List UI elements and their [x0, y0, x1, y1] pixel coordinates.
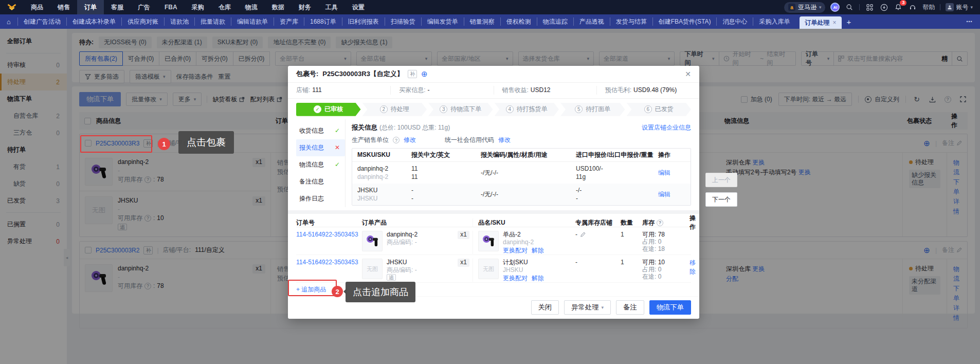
status-steps-bar: ✓已审核 2待处理 3待物流下单 4待打拣货单 5待打面单 6已发货: [288, 99, 699, 119]
tab-operation-log[interactable]: 操作日志: [296, 190, 345, 207]
close-icon[interactable]: ×: [832, 19, 836, 26]
unpair-link[interactable]: 解除: [532, 275, 544, 282]
remove-item-link[interactable]: 移除: [689, 259, 696, 275]
tab-create-ad[interactable]: 创建广告活动: [17, 17, 66, 26]
tab-logistics-info[interactable]: 物流信息✓: [296, 156, 345, 173]
order-number-link[interactable]: 114-5164922-3503453: [296, 259, 358, 266]
support-headset-icon[interactable]: [908, 3, 917, 12]
info-circle-icon: ?: [657, 220, 663, 226]
topnav-item-purchase[interactable]: 采购: [185, 0, 211, 14]
annotation-tooltip-click-add-product: 点击追加商品: [346, 282, 415, 302]
download-center-icon[interactable]: [879, 3, 888, 12]
tab-purchase-inbound[interactable]: 采购入库单: [753, 17, 795, 26]
topnav-item-tools[interactable]: 工具: [318, 0, 345, 14]
tab-message-center[interactable]: 消息中心: [716, 17, 753, 26]
package-detail-modal: 包裹号: P25C300003R3【自定义】 补 ⊕ ✕ 店铺:111 买家信息…: [288, 66, 699, 319]
topnav-item-logistics[interactable]: 物流: [238, 0, 265, 14]
edit-customs-link[interactable]: 编辑: [658, 191, 670, 198]
remark-button[interactable]: 备注: [616, 300, 644, 315]
previous-package-button[interactable]: 上一个: [705, 173, 737, 187]
topnav-item-ads[interactable]: 广告: [131, 0, 157, 14]
logistics-order-submit-button[interactable]: 物流下单: [649, 300, 691, 315]
customs-row: danpinhq-2danpinhq-2 1111 -/无/-/- USD100…: [352, 162, 691, 184]
apps-grid-icon[interactable]: [865, 3, 874, 12]
order-items-table: 订单号 订单产品 品名/SKU 专属库存店铺 数量 库存? 操作 114-516…: [288, 214, 699, 283]
tab-old-profit[interactable]: 旧利润报表: [342, 17, 385, 26]
tab-sales-insight[interactable]: 销量洞察: [464, 17, 500, 26]
topnav-item-sales[interactable]: 销售: [50, 0, 77, 14]
info-circle-icon: ?: [393, 137, 400, 143]
marketplace-selector[interactable]: a 亚马逊 ▾: [784, 2, 826, 13]
quantity-chip: x1: [458, 231, 469, 239]
topnav-item-data[interactable]: 数据: [265, 0, 292, 14]
annotation-highlight-package: [80, 135, 152, 153]
repair-link[interactable]: 更换配对: [503, 247, 528, 254]
tab-supplier-recon[interactable]: 供应商对账: [121, 17, 164, 26]
repair-link[interactable]: 更换配对: [503, 275, 528, 282]
tab-product-insight[interactable]: 产品透视: [573, 17, 610, 26]
more-tabs-icon[interactable]: ⋯: [966, 18, 980, 25]
edit-credit-link[interactable]: 修改: [498, 136, 511, 144]
divider: [859, 4, 860, 10]
check-icon: ✓: [335, 127, 340, 134]
topnav-item-warehouse[interactable]: 仓库: [211, 0, 238, 14]
check-icon: ✓: [314, 105, 321, 113]
modal-title-package: P25C300003R3【自定义】: [322, 69, 404, 79]
tab-create-cost[interactable]: 创建成本补录单: [66, 17, 121, 26]
tab-1688-orders[interactable]: 1688订单: [304, 17, 342, 26]
tab-logistics-track[interactable]: 物流追踪: [537, 17, 573, 26]
exception-handle-button[interactable]: 异常处理▾: [564, 300, 611, 315]
supplement-tag: 补: [408, 70, 417, 78]
quick-tabs-bar: ⌂ 创建广告活动 创建成本补录单 供应商对账 请款池 批量请款 编辑请款单 资产…: [0, 14, 980, 29]
modal-info-bar: 店铺:111 买家信息:- 销售收益:USD12 预估毛利:USD9.48 (7…: [288, 83, 699, 99]
annotation-highlight-add-product: [288, 280, 337, 296]
edit-pencil-icon[interactable]: [580, 232, 586, 238]
store-corp-info-link[interactable]: 设置店铺企业信息: [642, 123, 691, 132]
tab-customs-info[interactable]: 报关信息✕: [296, 139, 345, 156]
chevron-down-icon: ▾: [970, 5, 973, 10]
tab-edit-shipment[interactable]: 编辑发货单: [421, 17, 464, 26]
sku-image: [478, 231, 499, 251]
unpair-link[interactable]: 解除: [532, 247, 544, 254]
home-icon[interactable]: ⌂: [0, 18, 17, 26]
notifications-bell-icon[interactable]: 3: [894, 3, 903, 12]
active-tab-label: 订单处理: [805, 19, 829, 27]
tab-payment-pool[interactable]: 请款池: [164, 17, 194, 26]
modal-title-label: 包裹号:: [296, 69, 318, 79]
topnav-item-fba[interactable]: FBA: [157, 0, 185, 14]
account-menu[interactable]: 账号 ▾: [946, 3, 973, 12]
quantity-chip: x1: [458, 259, 469, 267]
error-x-icon: ✕: [335, 144, 340, 151]
tab-order-processing-active[interactable]: 订单处理 ×: [800, 16, 841, 29]
tab-create-fba[interactable]: 创建FBA货件(STA): [652, 17, 717, 26]
topnav-item-orders[interactable]: 订单: [77, 0, 104, 14]
tab-assets[interactable]: 资产库: [274, 17, 304, 26]
no-image-placeholder: 无图: [362, 259, 383, 279]
edit-unit-link[interactable]: 修改: [404, 136, 416, 144]
user-icon: [946, 3, 954, 11]
tab-ship-settle[interactable]: 发货与结算: [610, 17, 652, 26]
tab-receiving-info[interactable]: 收货信息✓: [296, 122, 345, 139]
topnav-item-products[interactable]: 商品: [24, 0, 50, 14]
edit-customs-link[interactable]: 编辑: [658, 169, 670, 176]
topnav-item-service[interactable]: 客服: [104, 0, 131, 14]
tab-scan-check[interactable]: 扫描验货: [385, 17, 421, 26]
tab-edit-payment[interactable]: 编辑请款单: [231, 17, 274, 26]
topnav-item-settings[interactable]: 设置: [345, 0, 372, 14]
tab-batch-payment[interactable]: 批量请款: [194, 17, 231, 26]
help-link[interactable]: 帮助: [922, 3, 935, 12]
annotation-step-1-badge: 1: [158, 138, 170, 150]
tab-infringement[interactable]: 侵权检测: [500, 17, 537, 26]
add-tab-icon[interactable]: +: [847, 17, 851, 26]
add-icon[interactable]: ⊕: [421, 69, 428, 79]
app-logo-icon[interactable]: [0, 4, 24, 11]
step-label: 5待打面单: [560, 103, 625, 116]
tab-remark-info[interactable]: 备注信息: [296, 173, 345, 190]
close-button[interactable]: 关闭: [531, 300, 559, 315]
ai-assistant-button[interactable]: AI: [830, 3, 840, 12]
search-icon[interactable]: [845, 3, 854, 12]
order-number-link[interactable]: 114-5164922-3503453: [296, 231, 358, 238]
close-icon[interactable]: ✕: [685, 70, 691, 78]
topnav-item-finance[interactable]: 财务: [292, 0, 318, 14]
next-package-button[interactable]: 下一个: [705, 192, 737, 207]
